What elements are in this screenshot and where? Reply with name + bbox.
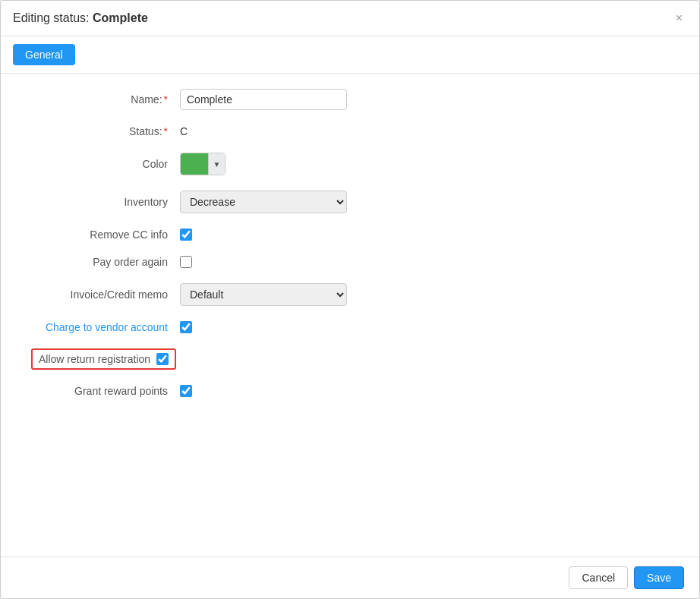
save-button[interactable]: Save — [634, 566, 684, 589]
status-value: C — [180, 125, 188, 137]
close-button[interactable]: × — [671, 10, 687, 27]
allow-return-highlight: Allow return registration — [31, 348, 176, 370]
color-label: Color — [31, 158, 168, 170]
allow-return-label: Allow return registration — [39, 353, 150, 365]
modal-header: Editing status: Complete × — [1, 1, 699, 36]
vendor-label: Charge to vendor account — [31, 321, 168, 333]
remove-cc-checkbox[interactable] — [180, 229, 192, 241]
inventory-select[interactable]: Decrease Increase No change — [180, 191, 347, 213]
pay-order-label: Pay order again — [31, 256, 168, 268]
remove-cc-row: Remove CC info — [31, 229, 669, 241]
remove-cc-label: Remove CC info — [31, 229, 168, 241]
vendor-row: Charge to vendor account — [31, 321, 669, 333]
title-prefix: Editing status: — [13, 11, 93, 24]
allow-return-checkbox[interactable] — [156, 353, 169, 365]
inventory-row: Inventory Decrease Increase No change — [31, 191, 669, 213]
name-input[interactable] — [180, 89, 347, 110]
invoice-row: Invoice/Credit memo Default Invoice Cred… — [31, 283, 669, 306]
status-row: Status:* C — [31, 125, 669, 137]
invoice-label: Invoice/Credit memo — [31, 288, 168, 301]
status-label: Status:* — [31, 125, 168, 137]
modal-title: Editing status: Complete — [13, 11, 148, 25]
pay-order-checkbox[interactable] — [180, 256, 192, 268]
grant-reward-checkbox[interactable] — [180, 385, 192, 397]
color-picker[interactable]: ▼ — [180, 153, 225, 175]
color-arrow-icon: ▼ — [208, 153, 225, 175]
pay-order-row: Pay order again — [31, 256, 669, 268]
name-required: * — [164, 93, 168, 106]
tabs-bar: General — [1, 36, 699, 74]
allow-return-row: Allow return registration — [31, 348, 669, 370]
cancel-button[interactable]: Cancel — [569, 566, 628, 589]
tab-general[interactable]: General — [13, 44, 75, 65]
inventory-label: Inventory — [31, 196, 168, 208]
vendor-checkbox[interactable] — [180, 321, 192, 333]
edit-status-modal: Editing status: Complete × General Name:… — [0, 0, 700, 599]
name-label: Name:* — [31, 93, 168, 106]
color-row: Color ▼ — [31, 153, 669, 175]
grant-reward-label: Grant reward points — [31, 385, 168, 397]
status-required: * — [164, 125, 168, 137]
modal-body: Name:* Status:* C Color ▼ Inventory Decr… — [1, 74, 699, 556]
modal-footer: Cancel Save — [1, 556, 699, 598]
title-value: Complete — [93, 11, 148, 24]
color-swatch — [181, 153, 208, 175]
grant-reward-row: Grant reward points — [31, 385, 669, 397]
invoice-select[interactable]: Default Invoice Credit memo — [180, 283, 347, 306]
name-row: Name:* — [31, 89, 669, 110]
